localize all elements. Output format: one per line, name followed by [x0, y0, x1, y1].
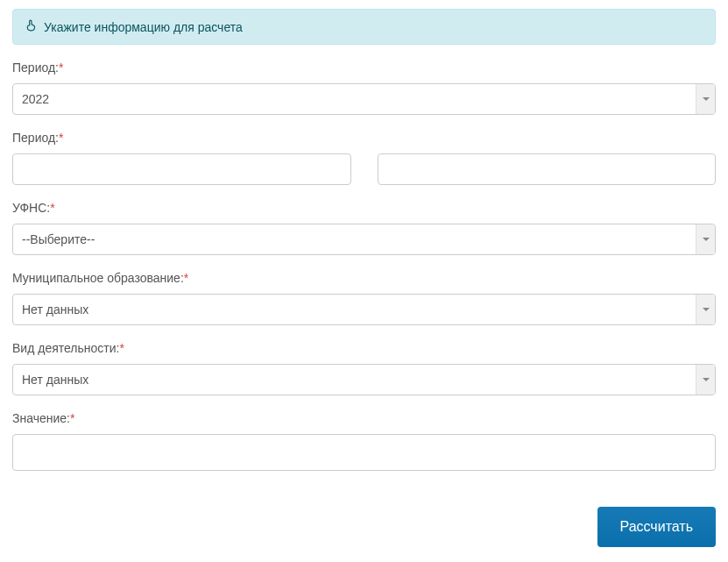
hand-point-icon [25, 19, 38, 34]
required-mark: * [59, 131, 63, 145]
required-mark: * [184, 271, 188, 285]
label-municipality: Муниципальное образование:* [12, 271, 716, 285]
label-period-year: Период:* [12, 60, 716, 75]
input-period-to[interactable] [378, 153, 717, 185]
field-period-year: Период:* 2022 [12, 60, 716, 115]
field-znachenie: Значение:* [12, 411, 716, 473]
required-mark: * [119, 341, 124, 355]
label-ufns: УФНС:* [12, 201, 716, 215]
select-municipality[interactable]: Нет данных [12, 294, 716, 325]
field-municipality: Муниципальное образование:* Нет данных [12, 271, 716, 325]
required-mark: * [59, 60, 63, 75]
select-ufns[interactable]: --Выберите-- [12, 224, 716, 255]
info-banner: Укажите информацию для расчета [12, 9, 716, 45]
required-mark: * [70, 411, 74, 425]
label-znachenie: Значение:* [12, 411, 716, 425]
select-activity[interactable]: Нет данных [12, 364, 716, 395]
required-mark: * [50, 201, 54, 215]
field-ufns: УФНС:* --Выберите-- [12, 201, 716, 255]
calculate-button[interactable]: Рассчитать [597, 507, 717, 547]
label-activity: Вид деятельности:* [12, 341, 716, 355]
label-period-range: Период:* [12, 131, 716, 145]
select-period-year[interactable]: 2022 [12, 83, 716, 115]
info-banner-text: Укажите информацию для расчета [44, 20, 243, 34]
input-period-from[interactable] [12, 153, 351, 185]
form-actions: Рассчитать [12, 507, 716, 547]
input-znachenie[interactable] [12, 434, 716, 471]
field-activity: Вид деятельности:* Нет данных [12, 341, 716, 395]
field-period-range: Период:* [12, 131, 716, 185]
